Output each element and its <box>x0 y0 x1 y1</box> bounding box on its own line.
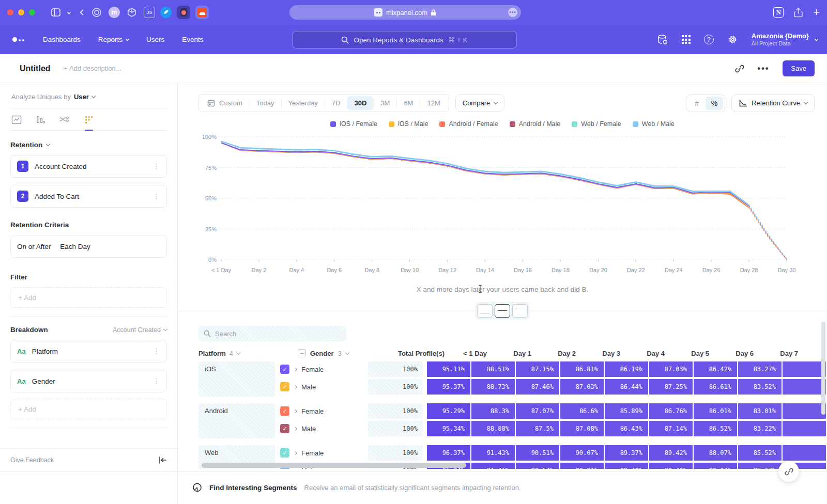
retention-cell-day-0[interactable]: 95.34% <box>427 421 470 436</box>
retention-cell-day-4[interactable]: 86.43% <box>605 421 648 436</box>
new-tab-icon[interactable]: + <box>813 7 820 18</box>
retention-cell-day-6[interactable]: 88.07% <box>694 445 737 461</box>
chart-type-selector[interactable]: Retention Curve <box>731 94 815 112</box>
browser-sidebar-icon[interactable] <box>51 8 60 17</box>
segment-checkbox[interactable]: ✓ <box>280 365 289 374</box>
expand-chevron-icon[interactable] <box>294 385 297 388</box>
nav-events[interactable]: Events <box>182 36 203 43</box>
gender-cell[interactable]: ✓Female <box>280 406 368 416</box>
criteria-on-or-after[interactable]: On or After <box>17 243 51 250</box>
retention-criteria-selector[interactable]: On or After Each Day <box>10 235 167 258</box>
retention-cell-day-1[interactable]: 91.41% <box>471 463 515 469</box>
column-day-4[interactable]: Day 4 <box>627 350 672 357</box>
retention-cell-day-5[interactable]: 87.03% <box>649 361 693 377</box>
view-table-only-button[interactable] <box>512 304 528 318</box>
mixpanel-logo-icon[interactable] <box>12 37 24 42</box>
compare-button[interactable]: Compare <box>455 94 504 112</box>
tab-cloud-icon[interactable] <box>195 6 209 19</box>
nav-reports[interactable]: Reports <box>98 36 129 43</box>
retention-cell-day-7[interactable]: 85.52% <box>738 445 782 461</box>
retention-cell-day-7[interactable]: 85.67% <box>738 463 782 469</box>
segment-checkbox[interactable]: ✓ <box>280 382 289 391</box>
more-options-icon[interactable]: ••• <box>758 64 770 73</box>
column-gender[interactable]: – Gender3 <box>298 349 391 357</box>
range-7d[interactable]: 7D <box>325 96 347 110</box>
breakdown-scope-selector[interactable]: Account Created <box>113 326 167 334</box>
column-day-1[interactable]: Day 1 <box>494 350 539 357</box>
help-icon[interactable]: ? <box>704 35 714 44</box>
copy-link-icon[interactable] <box>735 64 744 73</box>
retention-cell-day-1[interactable]: 88.73% <box>471 379 515 395</box>
retention-cell-day-1[interactable]: 88.3% <box>471 403 515 419</box>
tab-retention[interactable] <box>84 115 94 130</box>
browser-dropdown-icon[interactable] <box>68 11 70 14</box>
retention-chart[interactable]: 0%25%50%75%100%< 1 DayDay 2Day 4Day 6Day… <box>196 131 827 280</box>
expand-chevron-icon[interactable] <box>294 468 297 469</box>
expand-chevron-icon[interactable] <box>294 427 297 430</box>
retention-cell-day-4[interactable]: 86.44% <box>605 379 648 395</box>
gender-cell[interactable]: ✓Female <box>280 365 368 374</box>
analyze-value[interactable]: User <box>74 93 89 101</box>
column--1-day[interactable]: < 1 Day <box>450 350 494 357</box>
retention-cell-day-3[interactable]: 90.07% <box>560 445 604 461</box>
retention-cell-day-5[interactable]: 89.42% <box>649 445 693 461</box>
notion-extension-icon[interactable]: N <box>773 7 784 18</box>
window-minimize-button[interactable] <box>18 9 24 15</box>
retention-cell-day-2[interactable]: 87.07% <box>516 403 559 419</box>
tab-blue-globe-icon[interactable] <box>160 7 172 18</box>
retention-cell-day-0[interactable]: 96.37% <box>427 445 470 461</box>
retention-section-header[interactable]: Retention <box>10 141 167 149</box>
give-feedback-link[interactable]: Give Feedback <box>10 456 54 464</box>
retention-cell-day-2[interactable]: 87.15% <box>516 361 559 377</box>
step-2-menu-icon[interactable]: ⋮ <box>153 192 160 200</box>
segment-checkbox[interactable]: ✓ <box>280 424 289 433</box>
collapse-sidebar-icon[interactable] <box>159 456 167 464</box>
retention-cell-day-4[interactable]: 89.37% <box>605 445 648 461</box>
gender-cell[interactable]: ✓Male <box>280 382 368 391</box>
global-search-input[interactable]: Open Reports & Dashboards ⌘ + K <box>292 31 517 49</box>
view-split-button[interactable] <box>495 304 510 318</box>
range-yesterday[interactable]: Yesterday <box>282 96 325 110</box>
range-12m[interactable]: 12M <box>420 96 447 110</box>
nav-users[interactable]: Users <box>146 36 164 43</box>
legend-item-android-female[interactable]: Android / Female <box>439 120 498 128</box>
retention-cell-day-7[interactable]: 83.22% <box>738 421 782 436</box>
column-day-5[interactable]: Day 5 <box>672 350 716 357</box>
apps-grid-icon[interactable] <box>682 35 691 44</box>
retention-cell-day-6[interactable]: 86.61% <box>694 379 737 395</box>
range-30d[interactable]: 30D <box>347 96 373 110</box>
retention-cell-day-2[interactable]: 90.51% <box>516 445 559 461</box>
legend-item-ios-female[interactable]: iOS / Female <box>330 120 377 128</box>
url-more-icon[interactable]: ••• <box>508 8 517 17</box>
retention-cell-day-4[interactable]: 85.89% <box>605 403 648 419</box>
retention-cell-day-5[interactable]: 87.14% <box>649 421 693 436</box>
data-management-icon[interactable] <box>657 34 668 45</box>
retention-cell-day-5[interactable]: 89.40% <box>649 463 693 469</box>
legend-item-android-male[interactable]: Android / Male <box>510 120 561 128</box>
retention-cell-day-6[interactable]: 88.04% <box>694 463 737 469</box>
address-bar[interactable]: mixpanel.com ••• <box>289 5 521 20</box>
retention-cell-day-2[interactable]: 87.5% <box>516 421 559 436</box>
retention-cell-day-3[interactable]: 90.01% <box>560 463 604 469</box>
range-custom[interactable]: Custom <box>201 96 249 110</box>
retention-cell-day-5[interactable]: 87.25% <box>649 379 693 395</box>
retention-cell-day-0[interactable]: 95.11% <box>427 361 470 377</box>
column-day-7[interactable]: Day 7 <box>761 350 805 357</box>
column-day-2[interactable]: Day 2 <box>539 350 583 357</box>
range-3m[interactable]: 3M <box>374 96 396 110</box>
view-chart-only-button[interactable] <box>477 304 493 318</box>
expand-chevron-icon[interactable] <box>294 451 297 454</box>
settings-gear-icon[interactable] <box>727 34 738 45</box>
retention-cell-day-6[interactable]: 86.01% <box>694 403 737 419</box>
breakdown-platform[interactable]: Aa Platform ⋮ <box>10 340 167 363</box>
retention-cell-day-7[interactable]: 83.01% <box>738 403 782 419</box>
horizontal-scrollbar[interactable] <box>202 463 466 468</box>
retention-cell-day-1[interactable]: 88.88% <box>471 421 515 436</box>
tab-target-icon[interactable] <box>90 6 103 19</box>
platform-cell[interactable]: iOS <box>198 361 275 397</box>
share-icon[interactable] <box>794 8 803 18</box>
tab-cube-icon[interactable] <box>125 6 139 19</box>
retention-cell-day-2[interactable]: 87.46% <box>516 379 559 395</box>
percent-toggle[interactable]: % <box>706 97 723 110</box>
retention-cell-day-0[interactable]: 95.29% <box>427 403 470 419</box>
